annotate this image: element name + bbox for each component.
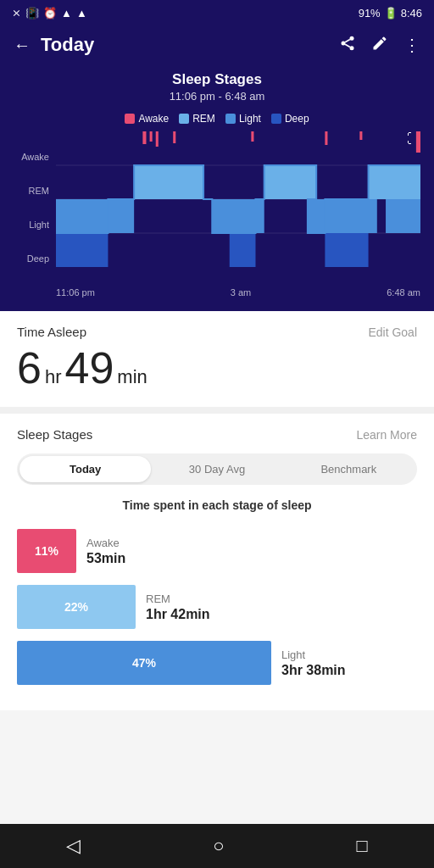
chart-x-labels: 11:06 pm 3 am 6:48 am: [14, 287, 420, 298]
page-title: Today: [41, 34, 94, 56]
rem-legend-dot: [179, 114, 189, 124]
light-legend-label: Light: [239, 113, 261, 125]
more-options-button[interactable]: ⋮: [403, 35, 420, 55]
sleep-stages-section: Sleep Stages Learn More Today 30 Day Avg…: [0, 414, 434, 710]
svg-point-0: [350, 36, 354, 40]
chart-legend: Awake REM Light Deep: [0, 113, 434, 125]
awake-bar: 11%: [17, 529, 76, 573]
edit-button[interactable]: [371, 35, 388, 56]
stage-rem: 22% REM 1hr 42min: [17, 585, 417, 629]
svg-rect-9: [230, 233, 256, 267]
recent-nav-button[interactable]: □: [357, 835, 368, 857]
awake-legend-dot: [125, 114, 135, 124]
sleep-stages-header: Sleep Stages Learn More: [17, 427, 417, 442]
learn-more-button[interactable]: Learn More: [356, 428, 417, 442]
light-percent: 47%: [127, 656, 161, 670]
battery-level: 91%: [359, 7, 381, 19]
x-label-start: 11:06 pm: [56, 287, 95, 298]
time-asleep-header: Time Asleep Edit Goal: [17, 325, 417, 339]
svg-line-3: [345, 44, 350, 47]
rem-time: 1hr 42min: [146, 607, 210, 622]
hours-value: 6: [17, 346, 42, 390]
header-right: ⋮: [339, 35, 420, 56]
time-asleep-label: Time Asleep: [17, 325, 86, 339]
alarm-icon: ⏰: [43, 7, 57, 19]
bluetooth-icon: ⨯: [12, 7, 21, 19]
awake-name: Awake: [86, 537, 125, 549]
svg-rect-11: [56, 199, 134, 233]
hours-unit: hr: [45, 366, 62, 388]
chart-section: Sleep Stages 11:06 pm - 6:48 am Awake RE…: [0, 64, 434, 311]
rem-percent: 22%: [59, 600, 93, 614]
deep-legend-dot: [271, 114, 281, 124]
svg-rect-8: [56, 233, 108, 267]
chart-wrapper: ⛶ Awake REM Light Deep: [0, 131, 434, 298]
deep-legend-label: Deep: [285, 113, 309, 125]
svg-rect-21: [173, 131, 175, 143]
light-name: Light: [281, 648, 346, 661]
home-nav-button[interactable]: ○: [213, 835, 224, 857]
header: ← Today ⋮: [0, 25, 434, 64]
svg-line-4: [345, 39, 350, 42]
status-right: 91% 🔋 8:46: [359, 7, 422, 19]
awake-info: Awake 53min: [86, 537, 125, 566]
tab-30day[interactable]: 30 Day Avg: [151, 456, 282, 482]
svg-rect-10: [325, 233, 368, 267]
share-button[interactable]: [339, 35, 356, 56]
light-legend-dot: [225, 114, 236, 124]
svg-point-2: [350, 46, 354, 50]
svg-rect-24: [359, 131, 362, 140]
nav-bar: ◁ ○ □: [0, 824, 434, 868]
svg-rect-23: [325, 131, 327, 145]
legend-awake: Awake: [125, 113, 169, 125]
main-content: Time Asleep Edit Goal 6 hr 49 min Sleep …: [0, 311, 434, 710]
sleep-chart-svg: [56, 131, 420, 267]
vibrate-icon: 📳: [25, 7, 39, 19]
stages-subtitle: Time spent in each stage of sleep: [17, 498, 417, 512]
tab-benchmark[interactable]: Benchmark: [283, 456, 415, 482]
clock: 8:46: [401, 7, 422, 19]
chart-plot: [56, 131, 420, 267]
chart-y-labels: Awake REM Light Deep: [14, 131, 49, 284]
status-bar: ⨯ 📳 ⏰ ▲ ▲ 91% 🔋 8:46: [0, 0, 434, 25]
tab-today[interactable]: Today: [19, 456, 151, 482]
edit-goal-button[interactable]: Edit Goal: [368, 326, 417, 339]
svg-point-1: [342, 41, 346, 45]
y-label-deep: Deep: [14, 253, 49, 264]
back-button[interactable]: ←: [14, 36, 31, 55]
svg-rect-17: [369, 165, 420, 199]
sleep-stages-label: Sleep Stages: [17, 427, 92, 442]
svg-rect-25: [416, 131, 420, 153]
light-time: 3hr 38min: [281, 663, 346, 678]
svg-rect-22: [251, 131, 253, 142]
chart-title-area: Sleep Stages 11:06 pm - 6:48 am: [0, 64, 434, 108]
svg-rect-19: [150, 131, 153, 142]
awake-time: 53min: [86, 551, 125, 566]
rem-bar: 22%: [17, 585, 136, 629]
rem-name: REM: [146, 593, 210, 605]
stage-awake: 11% Awake 53min: [17, 529, 417, 573]
battery-icon: 🔋: [384, 7, 398, 19]
svg-rect-15: [134, 165, 203, 199]
y-label-light: Light: [14, 220, 49, 230]
sleep-chart: Awake REM Light Deep: [14, 131, 420, 284]
x-label-mid: 3 am: [231, 287, 251, 298]
light-bar: 47%: [17, 641, 271, 685]
awake-percent: 11%: [30, 544, 64, 558]
minutes-value: 49: [64, 346, 114, 390]
svg-rect-20: [156, 131, 159, 147]
chart-subtitle: 11:06 pm - 6:48 am: [0, 90, 434, 103]
stage-light: 47% Light 3hr 38min: [17, 641, 417, 685]
status-icons: ⨯ 📳 ⏰ ▲ ▲: [12, 7, 87, 19]
rem-info: REM 1hr 42min: [146, 593, 210, 622]
wifi-icon: ▲: [61, 7, 72, 19]
minutes-unit: min: [117, 366, 147, 388]
time-display: 6 hr 49 min: [17, 346, 417, 390]
awake-legend-label: Awake: [138, 113, 169, 125]
svg-rect-16: [264, 165, 316, 199]
back-nav-button[interactable]: ◁: [66, 835, 81, 857]
svg-rect-18: [142, 131, 146, 144]
legend-deep: Deep: [271, 113, 309, 125]
legend-rem: REM: [179, 113, 215, 125]
time-asleep-section: Time Asleep Edit Goal 6 hr 49 min: [0, 311, 434, 414]
